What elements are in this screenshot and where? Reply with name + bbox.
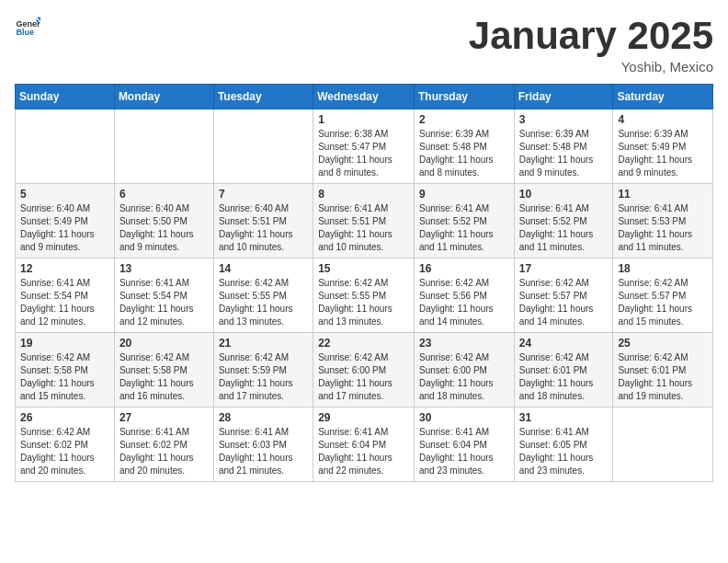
day-cell: 10Sunrise: 6:41 AM Sunset: 5:52 PM Dayli… [514, 184, 613, 259]
day-number: 12 [20, 262, 109, 275]
day-info: Sunrise: 6:42 AM Sunset: 6:00 PM Dayligh… [318, 351, 409, 403]
day-cell: 27Sunrise: 6:41 AM Sunset: 6:02 PM Dayli… [114, 408, 213, 482]
day-cell: 11Sunrise: 6:41 AM Sunset: 5:53 PM Dayli… [613, 184, 713, 259]
day-info: Sunrise: 6:42 AM Sunset: 5:58 PM Dayligh… [119, 351, 209, 403]
day-number: 19 [20, 337, 109, 350]
week-row-3: 12Sunrise: 6:41 AM Sunset: 5:54 PM Dayli… [16, 259, 713, 333]
day-cell: 12Sunrise: 6:41 AM Sunset: 5:54 PM Dayli… [16, 259, 115, 333]
day-cell: 30Sunrise: 6:41 AM Sunset: 6:04 PM Dayli… [414, 408, 514, 482]
day-info: Sunrise: 6:42 AM Sunset: 6:02 PM Dayligh… [20, 426, 109, 477]
day-info: Sunrise: 6:41 AM Sunset: 6:04 PM Dayligh… [318, 426, 409, 477]
day-info: Sunrise: 6:41 AM Sunset: 6:05 PM Dayligh… [519, 426, 609, 477]
day-info: Sunrise: 6:42 AM Sunset: 5:58 PM Dayligh… [20, 351, 109, 403]
day-number: 28 [219, 411, 308, 424]
day-number: 18 [618, 262, 708, 275]
day-cell: 19Sunrise: 6:42 AM Sunset: 5:58 PM Dayli… [16, 333, 115, 408]
weekday-header-thursday: Thursday [414, 85, 514, 109]
day-info: Sunrise: 6:41 AM Sunset: 5:52 PM Dayligh… [519, 202, 609, 254]
day-cell: 3Sunrise: 6:39 AM Sunset: 5:48 PM Daylig… [514, 109, 613, 184]
day-cell: 20Sunrise: 6:42 AM Sunset: 5:58 PM Dayli… [114, 333, 213, 408]
day-number: 20 [119, 337, 209, 350]
day-info: Sunrise: 6:39 AM Sunset: 5:48 PM Dayligh… [519, 128, 609, 179]
day-number: 16 [419, 262, 509, 275]
day-cell: 5Sunrise: 6:40 AM Sunset: 5:49 PM Daylig… [16, 184, 115, 259]
day-number: 17 [519, 262, 609, 275]
day-number: 3 [519, 113, 609, 126]
day-number: 5 [20, 188, 109, 201]
page-header: General Blue January 2025 Yoshib, Mexico [15, 15, 713, 75]
day-info: Sunrise: 6:41 AM Sunset: 6:03 PM Dayligh… [219, 426, 308, 477]
day-info: Sunrise: 6:40 AM Sunset: 5:50 PM Dayligh… [119, 202, 209, 254]
weekday-header-row: SundayMondayTuesdayWednesdayThursdayFrid… [16, 85, 713, 109]
week-row-2: 5Sunrise: 6:40 AM Sunset: 5:49 PM Daylig… [16, 184, 713, 259]
day-number: 14 [219, 262, 308, 275]
day-number: 11 [618, 188, 708, 201]
day-cell [613, 408, 713, 482]
weekday-header-saturday: Saturday [613, 85, 713, 109]
day-cell: 13Sunrise: 6:41 AM Sunset: 5:54 PM Dayli… [114, 259, 213, 333]
day-number: 1 [318, 113, 409, 126]
day-info: Sunrise: 6:39 AM Sunset: 5:49 PM Dayligh… [618, 128, 708, 179]
day-number: 6 [119, 188, 209, 201]
day-info: Sunrise: 6:41 AM Sunset: 5:54 PM Dayligh… [20, 277, 109, 328]
day-number: 9 [419, 188, 509, 201]
day-info: Sunrise: 6:42 AM Sunset: 5:57 PM Dayligh… [618, 277, 708, 328]
day-number: 10 [519, 188, 609, 201]
weekday-header-friday: Friday [514, 85, 613, 109]
logo: General Blue [15, 15, 40, 40]
day-cell: 6Sunrise: 6:40 AM Sunset: 5:50 PM Daylig… [114, 184, 213, 259]
day-number: 24 [519, 337, 609, 350]
day-cell: 22Sunrise: 6:42 AM Sunset: 6:00 PM Dayli… [313, 333, 415, 408]
day-cell: 29Sunrise: 6:41 AM Sunset: 6:04 PM Dayli… [313, 408, 415, 482]
day-cell: 28Sunrise: 6:41 AM Sunset: 6:03 PM Dayli… [213, 408, 313, 482]
day-number: 23 [419, 337, 509, 350]
day-cell: 9Sunrise: 6:41 AM Sunset: 5:52 PM Daylig… [414, 184, 514, 259]
week-row-1: 1Sunrise: 6:38 AM Sunset: 5:47 PM Daylig… [16, 109, 713, 184]
week-row-4: 19Sunrise: 6:42 AM Sunset: 5:58 PM Dayli… [16, 333, 713, 408]
day-cell: 23Sunrise: 6:42 AM Sunset: 6:00 PM Dayli… [414, 333, 514, 408]
day-cell: 4Sunrise: 6:39 AM Sunset: 5:49 PM Daylig… [613, 109, 713, 184]
day-info: Sunrise: 6:42 AM Sunset: 5:55 PM Dayligh… [219, 277, 308, 328]
week-row-5: 26Sunrise: 6:42 AM Sunset: 6:02 PM Dayli… [16, 408, 713, 482]
day-info: Sunrise: 6:41 AM Sunset: 5:53 PM Dayligh… [618, 202, 708, 254]
calendar-title: January 2025 [469, 15, 713, 57]
day-cell: 21Sunrise: 6:42 AM Sunset: 5:59 PM Dayli… [213, 333, 313, 408]
day-number: 21 [219, 337, 308, 350]
day-cell: 8Sunrise: 6:41 AM Sunset: 5:51 PM Daylig… [313, 184, 415, 259]
day-number: 7 [219, 188, 308, 201]
day-number: 13 [119, 262, 209, 275]
day-cell: 14Sunrise: 6:42 AM Sunset: 5:55 PM Dayli… [213, 259, 313, 333]
day-cell: 24Sunrise: 6:42 AM Sunset: 6:01 PM Dayli… [514, 333, 613, 408]
svg-text:Blue: Blue [16, 28, 34, 37]
day-cell: 7Sunrise: 6:40 AM Sunset: 5:51 PM Daylig… [213, 184, 313, 259]
weekday-header-wednesday: Wednesday [313, 85, 415, 109]
day-cell: 15Sunrise: 6:42 AM Sunset: 5:55 PM Dayli… [313, 259, 415, 333]
day-cell: 25Sunrise: 6:42 AM Sunset: 6:01 PM Dayli… [613, 333, 713, 408]
day-number: 27 [119, 411, 209, 424]
day-number: 25 [618, 337, 708, 350]
day-number: 30 [419, 411, 509, 424]
day-info: Sunrise: 6:41 AM Sunset: 5:52 PM Dayligh… [419, 202, 509, 254]
day-number: 31 [519, 411, 609, 424]
day-cell: 26Sunrise: 6:42 AM Sunset: 6:02 PM Dayli… [16, 408, 115, 482]
day-info: Sunrise: 6:42 AM Sunset: 6:00 PM Dayligh… [419, 351, 509, 403]
weekday-header-monday: Monday [114, 85, 213, 109]
day-number: 15 [318, 262, 409, 275]
day-number: 22 [318, 337, 409, 350]
day-cell: 16Sunrise: 6:42 AM Sunset: 5:56 PM Dayli… [414, 259, 514, 333]
day-number: 26 [20, 411, 109, 424]
day-cell: 17Sunrise: 6:42 AM Sunset: 5:57 PM Dayli… [514, 259, 613, 333]
day-info: Sunrise: 6:41 AM Sunset: 6:04 PM Dayligh… [419, 426, 509, 477]
day-cell [16, 109, 115, 184]
day-cell: 1Sunrise: 6:38 AM Sunset: 5:47 PM Daylig… [313, 109, 415, 184]
day-number: 29 [318, 411, 409, 424]
logo-icon: General Blue [15, 15, 40, 40]
day-cell: 18Sunrise: 6:42 AM Sunset: 5:57 PM Dayli… [613, 259, 713, 333]
weekday-header-sunday: Sunday [16, 85, 115, 109]
weekday-header-tuesday: Tuesday [213, 85, 313, 109]
day-info: Sunrise: 6:41 AM Sunset: 6:02 PM Dayligh… [119, 426, 209, 477]
day-info: Sunrise: 6:41 AM Sunset: 5:54 PM Dayligh… [119, 277, 209, 328]
calendar-subtitle: Yoshib, Mexico [469, 59, 713, 75]
day-info: Sunrise: 6:40 AM Sunset: 5:51 PM Dayligh… [219, 202, 308, 254]
day-info: Sunrise: 6:39 AM Sunset: 5:48 PM Dayligh… [419, 128, 509, 179]
